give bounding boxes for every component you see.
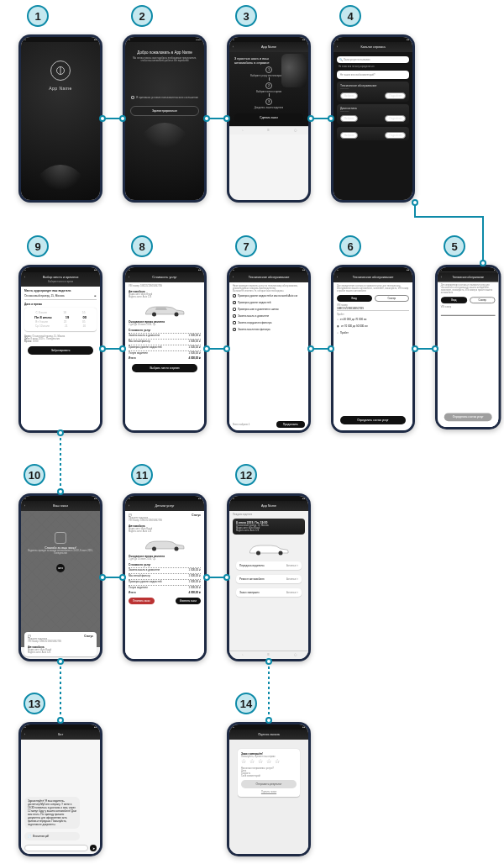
status-card: 💬Статус Ожидаем водителя VIN номер: 188C… (24, 632, 97, 656)
step-badge-1: 1 (27, 5, 49, 27)
step-badge-8: 8 (131, 235, 153, 257)
step-badge-10: 10 (24, 464, 45, 486)
step-badge-5: 5 (444, 235, 465, 257)
status-title: Статус (84, 635, 93, 638)
step-badge-2: 2 (131, 5, 153, 27)
step-badge-7: 7 (235, 235, 257, 257)
step-badge-11: 11 (131, 464, 153, 486)
step-badge-9: 9 (27, 235, 49, 257)
step-badge-12: 12 (235, 464, 257, 486)
step-badge-14: 14 (235, 693, 257, 714)
step-badge-3: 3 (235, 5, 257, 27)
step-badge-6: 6 (339, 235, 361, 257)
auto-model: Модель авто: Auto 123 (28, 651, 93, 654)
step-badge-4: 4 (339, 5, 361, 27)
step-badge-13: 13 (24, 693, 45, 714)
vin-label: VIN номер: 188CDZ289D4892789 (28, 640, 93, 643)
